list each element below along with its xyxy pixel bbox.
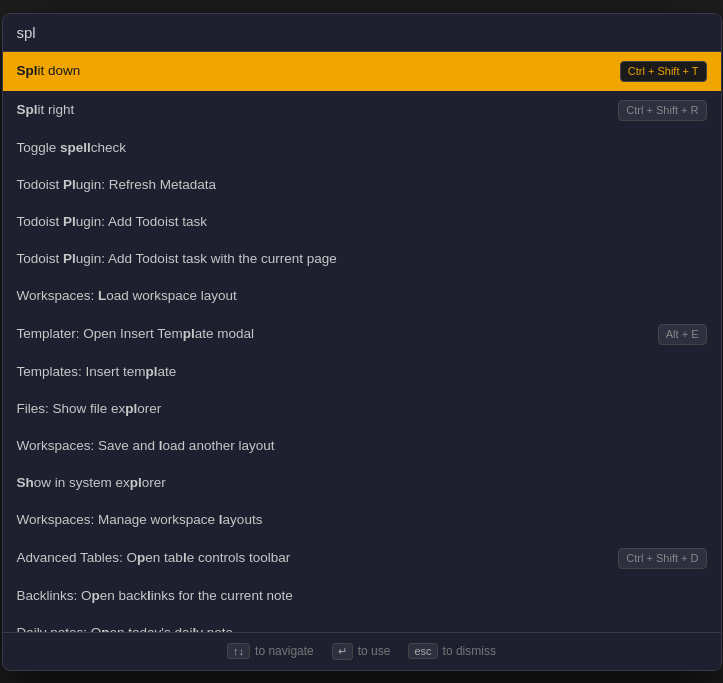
result-item[interactable]: Templater: Open Insert Template modalAlt… <box>3 315 721 354</box>
results-list: Split downCtrl + Shift + TSplit rightCtr… <box>3 52 721 632</box>
result-label: Backlinks: Open backlinks for the curren… <box>17 587 707 606</box>
navigate-hint: ↑↓ to navigate <box>227 643 314 659</box>
result-label: Split right <box>17 101 607 120</box>
result-label: Templater: Open Insert Template modal <box>17 325 646 344</box>
search-bar <box>3 14 721 52</box>
result-item[interactable]: Split rightCtrl + Shift + R <box>3 91 721 130</box>
dismiss-label: to dismiss <box>443 644 496 658</box>
result-label: Toggle spellcheck <box>17 139 707 158</box>
result-label: Todoist Plugin: Refresh Metadata <box>17 176 707 195</box>
result-item[interactable]: Workspaces: Manage workspace layouts <box>3 502 721 539</box>
result-label: Workspaces: Load workspace layout <box>17 287 707 306</box>
result-item[interactable]: Todoist Plugin: Refresh Metadata <box>3 167 721 204</box>
result-item[interactable]: Toggle spellcheck <box>3 130 721 167</box>
dismiss-key: esc <box>408 643 437 659</box>
result-item[interactable]: Todoist Plugin: Add Todoist task with th… <box>3 241 721 278</box>
result-label: Todoist Plugin: Add Todoist task <box>17 213 707 232</box>
result-item[interactable]: Show in system explorer <box>3 465 721 502</box>
result-shortcut: Ctrl + Shift + D <box>618 548 706 569</box>
result-item[interactable]: Daily notes: Open today's daily note <box>3 615 721 632</box>
result-label: Show in system explorer <box>17 474 707 493</box>
search-input[interactable] <box>17 24 707 41</box>
dismiss-hint: esc to dismiss <box>408 643 495 659</box>
result-item[interactable]: Files: Show file explorer <box>3 391 721 428</box>
result-label: Split down <box>17 62 608 81</box>
navigate-key: ↑↓ <box>227 643 250 659</box>
result-item[interactable]: Workspaces: Save and load another layout <box>3 428 721 465</box>
result-label: Advanced Tables: Open table controls too… <box>17 549 607 568</box>
result-item[interactable]: Workspaces: Load workspace layout <box>3 278 721 315</box>
result-item[interactable]: Templates: Insert template <box>3 354 721 391</box>
result-label: Daily notes: Open today's daily note <box>17 624 707 632</box>
result-label: Workspaces: Manage workspace layouts <box>17 511 707 530</box>
result-shortcut: Alt + E <box>658 324 707 345</box>
result-item[interactable]: Split downCtrl + Shift + T <box>3 52 721 91</box>
result-item[interactable]: Backlinks: Open backlinks for the curren… <box>3 578 721 615</box>
navigate-label: to navigate <box>255 644 314 658</box>
result-label: Files: Show file explorer <box>17 400 707 419</box>
footer: ↑↓ to navigate ↵ to use esc to dismiss <box>3 632 721 670</box>
result-label: Workspaces: Save and load another layout <box>17 437 707 456</box>
result-shortcut: Ctrl + Shift + R <box>618 100 706 121</box>
result-label: Todoist Plugin: Add Todoist task with th… <box>17 250 707 269</box>
result-item[interactable]: Todoist Plugin: Add Todoist task <box>3 204 721 241</box>
result-label: Templates: Insert template <box>17 363 707 382</box>
command-palette: Split downCtrl + Shift + TSplit rightCtr… <box>2 13 722 671</box>
use-label: to use <box>358 644 391 658</box>
result-shortcut: Ctrl + Shift + T <box>620 61 707 82</box>
use-key: ↵ <box>332 643 353 660</box>
result-item[interactable]: Advanced Tables: Open table controls too… <box>3 539 721 578</box>
use-hint: ↵ to use <box>332 643 391 660</box>
